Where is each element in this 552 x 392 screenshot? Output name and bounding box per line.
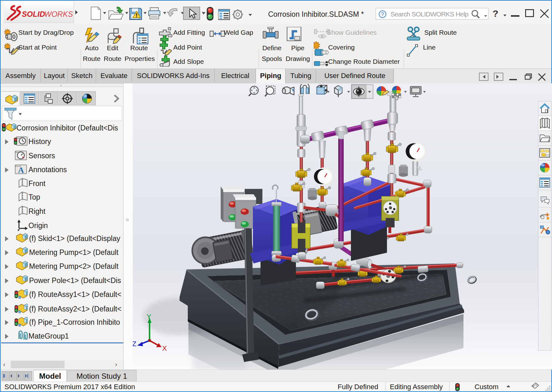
svg-text:X: X <box>162 344 167 352</box>
svg-text:Y: Y <box>147 313 151 321</box>
svg-text:?: ? <box>381 11 384 17</box>
svg-text:Z: Z <box>133 340 136 348</box>
svg-text:SOLID: SOLID <box>22 10 45 18</box>
svg-text:WORKS: WORKS <box>44 10 73 18</box>
svg-text:A: A <box>18 166 24 174</box>
